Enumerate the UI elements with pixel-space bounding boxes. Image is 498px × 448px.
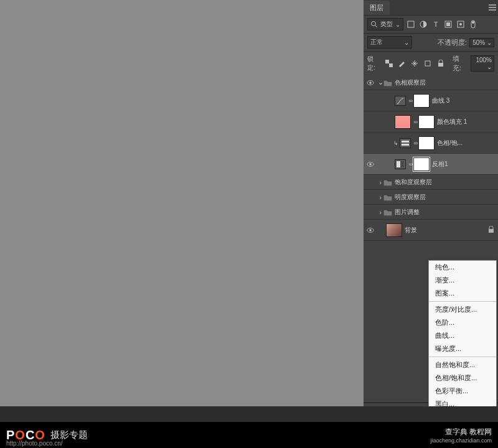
site-url: jiaocheng.chazidian.com [430,437,492,444]
mask-thumb[interactable] [418,115,435,129]
chevron-down-icon: ⌄ [395,21,400,28]
layer-invert1[interactable]: ∞ 反相1 [364,154,498,175]
layer-name: 饱和度观察层 [395,178,498,187]
site-name: 查字典 教程网 [430,427,492,437]
layer-name: 明度观察层 [395,193,498,202]
lock-artboard-icon[interactable] [423,58,433,68]
svg-point-0 [372,22,376,26]
canvas-area [0,0,364,406]
lock-pixels-icon[interactable] [397,58,406,68]
menu-color-balance[interactable]: 色彩平衡... [429,385,496,398]
link-icon: ∞ [408,96,413,105]
adjustment-thumb [395,159,406,169]
layer-group-brightness[interactable]: › 明度观察层 [364,190,498,205]
panel-tabs: 图层 [364,0,498,15]
menu-levels[interactable]: 色阶... [429,316,496,329]
folder-icon [383,208,392,216]
menu-exposure[interactable]: 曝光度... [429,342,496,355]
adjustment-thumb [395,96,406,106]
lock-icon [488,226,494,235]
svg-point-6 [459,23,462,26]
lock-transparent-icon[interactable] [384,58,393,68]
svg-rect-19 [397,161,400,167]
link-icon: ∞ [408,160,413,169]
mask-thumb[interactable] [418,136,435,150]
folder-icon [383,194,392,201]
mask-thumb[interactable] [413,94,430,108]
layer-huesat[interactable]: ↳ ∞ 色相/饱... [364,133,498,154]
expand-toggle[interactable]: › [377,179,383,186]
menu-curves[interactable]: 曲线... [429,329,496,342]
opacity-label: 不透明度: [438,38,467,47]
filter-kind-select[interactable]: 类型 ⌄ [367,18,403,30]
panel-menu-button[interactable] [487,0,498,15]
svg-rect-9 [385,60,389,63]
opacity-field[interactable]: 50% ⌄ [469,38,494,47]
filter-kind-label: 类型 [380,20,393,29]
expand-toggle[interactable]: › [377,194,383,201]
svg-point-8 [472,21,474,24]
topic-label: 摄影专题 [50,429,88,441]
site-watermark: 查字典 教程网 jiaocheng.chazidian.com [430,427,492,444]
blend-mode-select[interactable]: 正常 ⌄ [367,36,412,49]
svg-point-22 [369,229,371,231]
menu-hue-saturation[interactable]: 色相/饱和度... [429,371,496,385]
visibility-toggle[interactable] [364,80,377,86]
clip-icon: ↳ [393,140,398,146]
layer-colorfill1[interactable]: ∞ 颜色填充 1 [364,111,498,133]
layer-background[interactable]: 背景 [364,220,498,241]
blend-opacity-row: 正常 ⌄ 不透明度: 50% ⌄ [364,33,498,51]
fill-thumb [395,115,411,129]
filter-smart-icon[interactable] [456,19,466,29]
lock-fill-row: 锁定: 填充: 100% ⌄ [364,51,498,75]
menu-brightness-contrast[interactable]: 亮度/对比度... [429,303,496,316]
layer-curves3[interactable]: ∞ 曲线 3 [364,90,498,111]
expand-toggle[interactable]: › [377,208,383,216]
svg-rect-16 [402,144,409,146]
visibility-toggle[interactable] [364,161,377,167]
filter-adjustment-icon[interactable] [418,19,428,29]
filter-pixel-icon[interactable] [406,19,416,29]
menu-vibrance[interactable]: 自然饱和度... [429,358,496,371]
layer-name: 色相观察层 [395,78,498,87]
layer-name: 颜色填充 1 [437,118,498,126]
lock-all-icon[interactable] [436,58,445,68]
expand-toggle[interactable]: ⌄ [377,78,383,86]
svg-rect-15 [402,141,409,142]
layer-group-hue[interactable]: ⌄ 色相观察层 [364,75,498,90]
layer-name: 图片调整 [395,208,498,217]
link-icon: ∞ [413,139,418,147]
svg-point-14 [369,82,371,83]
menu-pattern[interactable]: 图案... [429,287,496,300]
filter-shape-icon[interactable] [443,19,453,29]
menu-solid-color[interactable]: 纯色... [429,261,496,274]
filter-toggle-icon[interactable] [468,19,478,29]
folder-icon [383,79,392,86]
layer-group-saturation[interactable]: › 饱和度观察层 [364,175,498,190]
link-icon: ∞ [413,118,418,126]
svg-point-18 [369,163,371,165]
svg-rect-1 [408,21,414,27]
layer-name: 色相/饱... [437,139,498,147]
fill-field[interactable]: 100% ⌄ [471,55,494,72]
folder-icon [383,179,392,186]
layer-name: 背景 [405,226,488,235]
lock-label: 锁定: [367,55,380,72]
layer-group-adjust[interactable]: › 图片调整 [364,205,498,220]
mask-thumb[interactable] [413,157,430,171]
adjustment-thumb [400,138,411,148]
watermark-bar: POCO 摄影专题 http://photo.poco.cn/ 查字典 教程网 … [0,422,498,448]
visibility-toggle[interactable] [364,227,377,233]
lock-position-icon[interactable] [410,58,420,68]
svg-rect-11 [425,61,430,66]
svg-rect-23 [489,229,494,233]
menu-separator [429,357,496,357]
layer-name: 曲线 3 [432,96,498,105]
filter-type-icon[interactable]: T [431,19,441,29]
chevron-down-icon: ⌄ [404,39,409,46]
svg-rect-20 [400,161,404,167]
fill-label: 填充: [453,54,467,73]
tab-layers[interactable]: 图层 [364,1,390,15]
menu-gradient[interactable]: 渐变... [429,274,496,287]
layer-thumb [386,223,402,237]
